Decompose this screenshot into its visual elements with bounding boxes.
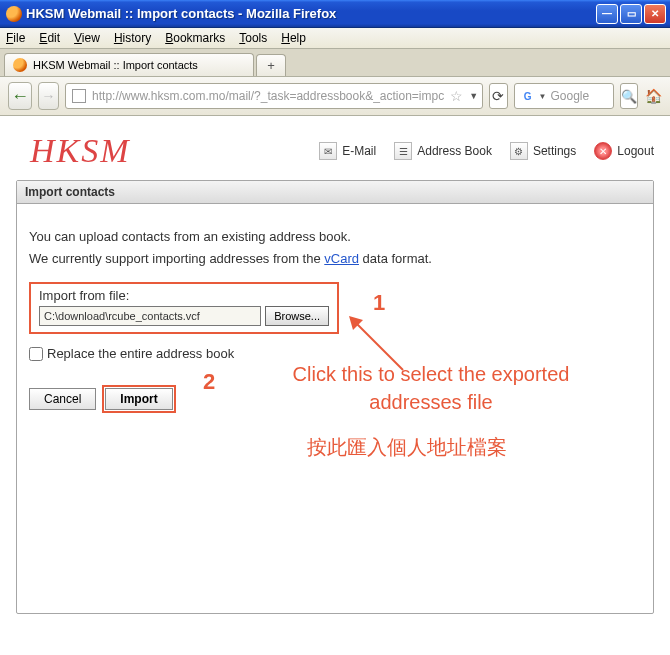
google-icon: G [521,89,535,103]
replace-checkbox[interactable] [29,347,43,361]
menu-help[interactable]: Help [281,31,306,45]
window-title: HKSM Webmail :: Import contacts - Mozill… [26,6,596,21]
import-button[interactable]: Import [105,388,172,410]
addressbook-icon: ☰ [394,142,412,160]
address-bar[interactable]: http://www.hksm.com.mo/mail/?_task=addre… [65,83,483,109]
menu-edit[interactable]: Edit [39,31,60,45]
email-icon: ✉ [319,142,337,160]
import-panel: Import contacts You can upload contacts … [16,180,654,614]
panel-title: Import contacts [17,181,653,204]
url-text: http://www.hksm.com.mo/mail/?_task=addre… [92,89,444,103]
logout-icon: ✕ [594,142,612,160]
menu-history[interactable]: History [114,31,151,45]
vcard-link[interactable]: vCard [324,251,359,266]
new-tab-button[interactable]: + [256,54,286,76]
maximize-button[interactable]: ▭ [620,4,642,24]
intro-line-1: You can upload contacts from an existing… [29,228,641,246]
tab-bar: HKSM Webmail :: Import contacts + [0,49,670,77]
import-highlight: Import [102,385,175,413]
search-field[interactable]: G ▼ Google [514,83,614,109]
bookmark-star-icon[interactable]: ☆ [450,88,463,104]
app-logo: HKSM [16,132,131,170]
home-button[interactable]: 🏠 [644,83,662,109]
file-path-input[interactable] [39,306,261,326]
nav-addressbook[interactable]: ☰ Address Book [394,142,492,160]
browser-tab[interactable]: HKSM Webmail :: Import contacts [4,53,254,76]
replace-label: Replace the entire address book [47,346,234,361]
search-button[interactable]: 🔍 [620,83,638,109]
firefox-icon [6,6,22,22]
nav-settings[interactable]: ⚙ Settings [510,142,576,160]
page-content: HKSM ✉ E-Mail ☰ Address Book ⚙ Settings … [0,116,670,655]
menubar: File Edit View History Bookmarks Tools H… [0,28,670,49]
menu-file[interactable]: File [6,31,25,45]
file-label: Import from file: [39,288,329,303]
reload-button[interactable]: ⟳ [489,83,507,109]
forward-button[interactable]: → [38,82,59,110]
annotation-text-cn: 按此匯入個人地址檔案 [307,434,507,461]
annotation-number-2: 2 [203,369,215,395]
menu-bookmarks[interactable]: Bookmarks [165,31,225,45]
svg-marker-1 [349,316,363,330]
menu-view[interactable]: View [74,31,100,45]
back-button[interactable]: ← [8,82,32,110]
browse-button[interactable]: Browse... [265,306,329,326]
tab-title: HKSM Webmail :: Import contacts [33,59,198,71]
annotation-number-1: 1 [373,290,385,316]
annotation-text-en: Click this to select the exported addres… [281,360,581,416]
close-window-button[interactable]: ✕ [644,4,666,24]
settings-icon: ⚙ [510,142,528,160]
cancel-button[interactable]: Cancel [29,388,96,410]
intro-line-2: We currently support importing addresses… [29,250,641,268]
menu-tools[interactable]: Tools [239,31,267,45]
file-select-block: Import from file: Browse... [29,282,339,334]
nav-logout[interactable]: ✕ Logout [594,142,654,160]
favicon-icon [13,58,27,72]
nav-email[interactable]: ✉ E-Mail [319,142,376,160]
window-titlebar: HKSM Webmail :: Import contacts - Mozill… [0,0,670,28]
nav-toolbar: ← → http://www.hksm.com.mo/mail/?_task=a… [0,77,670,116]
app-topnav: HKSM ✉ E-Mail ☰ Address Book ⚙ Settings … [16,128,654,180]
search-placeholder: Google [550,89,589,103]
minimize-button[interactable]: — [596,4,618,24]
page-icon [72,89,86,103]
url-dropdown-icon[interactable]: ▼ [469,91,478,101]
